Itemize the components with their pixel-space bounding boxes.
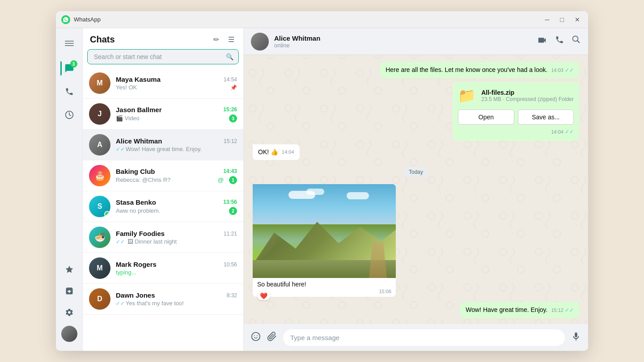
photo-image	[253, 184, 396, 278]
photo-time: 15:06	[253, 289, 396, 297]
voice-call-button[interactable]	[555, 35, 564, 47]
chat-item-dawn[interactable]: D Dawn Jones 8:32 ✓✓Yes that's my fave t…	[83, 284, 243, 315]
chat-preview-jason: 🎬 Video	[116, 115, 225, 122]
chat-preview-maya: Yes! OK	[116, 84, 230, 91]
photo-wrapper: So beautiful here! 15:06 ❤️	[253, 184, 396, 297]
file-open-button[interactable]: Open	[458, 109, 514, 125]
user-avatar-nav[interactable]	[60, 325, 78, 343]
chat-item-baking[interactable]: 🎂 Baking Club 14:43 Rebecca: @Chris R? @…	[83, 160, 243, 191]
menu-icon[interactable]	[60, 34, 78, 52]
nav-starred-icon[interactable]	[60, 261, 78, 278]
avatar-maya: M	[89, 72, 110, 94]
avatar-jason: J	[89, 103, 110, 125]
msg-text-in-ok: OK! 👍	[258, 148, 278, 156]
svg-point-5	[254, 335, 255, 336]
msg-time-out-1: 14:03 ✓✓	[551, 67, 574, 74]
chat-list-header: Chats ✏ ☰	[83, 28, 243, 49]
nav-sidebar: 3	[56, 28, 83, 351]
cloud-2	[306, 189, 324, 195]
file-save-button[interactable]: Save as...	[518, 109, 574, 125]
chat-item-alice[interactable]: A Alice Whitman 15:12 ✓✓Wow! Have great …	[83, 130, 243, 160]
video-call-button[interactable]	[537, 35, 547, 47]
msg-time-in-ok: 14:04	[282, 149, 294, 156]
filter-button[interactable]: ☰	[226, 34, 236, 46]
msg-bubble-in-ok: OK! 👍 14:04	[253, 144, 300, 160]
file-actions: Open Save as...	[458, 109, 574, 125]
chat-header-name: Alice Whitman	[274, 34, 537, 42]
search-chat-button[interactable]	[572, 35, 581, 47]
file-meta: 23.5 MB · Compressed (zipped) Folder	[481, 96, 574, 102]
attach-button[interactable]	[267, 332, 277, 344]
mention-icon-baking: @	[218, 177, 224, 183]
chat-time-alice: 15:12	[224, 138, 237, 144]
chat-info-dawn: Dawn Jones 8:32 ✓✓Yes that's my fave too…	[116, 291, 237, 307]
app-title: WhatsApp	[74, 16, 542, 23]
msg-out-2: Wow! Have great time. Enjoy. 15:12 ✓✓	[460, 302, 579, 318]
avatar-alice: A	[89, 134, 110, 156]
unread-badge-jason: 3	[229, 114, 237, 122]
chat-list-actions: ✏ ☰	[212, 34, 236, 46]
avatar-stasa: S	[89, 196, 110, 217]
messages-area: Here are all the files. Let me know once…	[244, 55, 588, 324]
nav-archive-icon[interactable]	[60, 282, 78, 300]
chat-item-maya[interactable]: M Maya Kasuma 14:54 Yes! OK 📌	[83, 68, 243, 99]
svg-rect-0	[65, 41, 74, 42]
chat-info-maya: Maya Kasuma 14:54 Yes! OK 📌	[116, 76, 237, 91]
chat-list-panel: Chats ✏ ☰ 🔍 M Maya Kasum	[83, 28, 244, 351]
maximize-button[interactable]: □	[558, 15, 567, 24]
msg-in-ok: OK! 👍 14:04	[253, 144, 300, 160]
nav-chats-icon[interactable]: 3	[60, 59, 78, 77]
chat-list-title: Chats	[90, 34, 212, 45]
file-top: 📁 All-files.zip 23.5 MB · Compressed (zi…	[458, 87, 574, 104]
photo-caption: So beautiful here!	[253, 278, 396, 289]
photo-bubble: So beautiful here! 15:06	[253, 184, 396, 297]
chat-info-mark: Mark Rogers 10:56 typing...	[116, 261, 237, 276]
chat-item-stasa[interactable]: S Stasa Benko 13:56 Aww no problem. 2	[83, 191, 243, 222]
day-divider: Today	[403, 167, 428, 177]
chat-time-dawn: 8:32	[227, 292, 237, 299]
nav-calls-icon[interactable]	[60, 83, 78, 101]
message-input[interactable]	[283, 329, 565, 346]
chat-item-jason[interactable]: J Jason Ballmer 15:26 🎬 Video 3	[83, 99, 243, 130]
nav-status-icon[interactable]	[60, 106, 78, 124]
voice-message-button[interactable]	[571, 332, 581, 344]
chat-name-family: Family Foodies	[116, 230, 165, 237]
new-chat-button[interactable]: ✏	[212, 34, 221, 46]
chat-name-alice: Alice Whitman	[116, 137, 162, 145]
chat-name-maya: Maya Kasuma	[116, 76, 161, 83]
emoji-button[interactable]	[251, 332, 261, 344]
chat-time-baking: 14:43	[223, 168, 237, 174]
unread-badge-stasa: 2	[229, 207, 237, 215]
file-details: All-files.zip 23.5 MB · Compressed (zipp…	[481, 89, 574, 102]
chat-preview-family: ✓✓ 🖼 Dinner last night	[116, 238, 237, 245]
chat-preview-baking: Rebecca: @Chris R?	[116, 177, 218, 183]
msg-time-out-2: 15:12 ✓✓	[551, 307, 574, 314]
chat-name-dawn: Dawn Jones	[116, 291, 155, 299]
search-icon: 🔍	[226, 53, 233, 60]
avatar-dawn: D	[89, 288, 110, 310]
avatar-mark: M	[89, 257, 110, 279]
chat-list: M Maya Kasuma 14:54 Yes! OK 📌	[83, 68, 243, 351]
search-input[interactable]	[87, 49, 239, 64]
nav-settings-icon[interactable]	[60, 303, 78, 321]
chat-time-stasa: 13:56	[223, 199, 237, 205]
chat-time-maya: 14:54	[224, 76, 237, 83]
file-bubble: 📁 All-files.zip 23.5 MB · Compressed (zi…	[453, 82, 579, 141]
chat-header-actions	[537, 35, 581, 47]
search-bar: 🔍	[87, 49, 239, 64]
app-logo	[61, 15, 70, 24]
msg-bubble-out-1: Here are all the files. Let me know once…	[380, 62, 579, 78]
chat-time-mark: 10:56	[224, 261, 237, 268]
chat-info-baking: Baking Club 14:43 Rebecca: @Chris R? @ 1	[116, 168, 237, 184]
file-name: All-files.zip	[481, 89, 574, 96]
chat-item-family[interactable]: 🍜 Family Foodies 11:21 ✓✓ 🖼 Dinner last …	[83, 222, 243, 253]
chat-name-baking: Baking Club	[116, 168, 155, 175]
chat-header: Alice Whitman online	[244, 28, 588, 55]
chat-info-jason: Jason Ballmer 15:26 🎬 Video 3	[116, 106, 237, 122]
chat-item-mark[interactable]: M Mark Rogers 10:56 typing...	[83, 253, 243, 284]
close-button[interactable]: ✕	[572, 15, 583, 24]
file-time: 14:04 ✓✓	[551, 129, 574, 135]
chat-header-status: online	[274, 42, 537, 49]
chat-main: Alice Whitman online	[244, 28, 588, 351]
minimize-button[interactable]: ─	[542, 15, 552, 24]
